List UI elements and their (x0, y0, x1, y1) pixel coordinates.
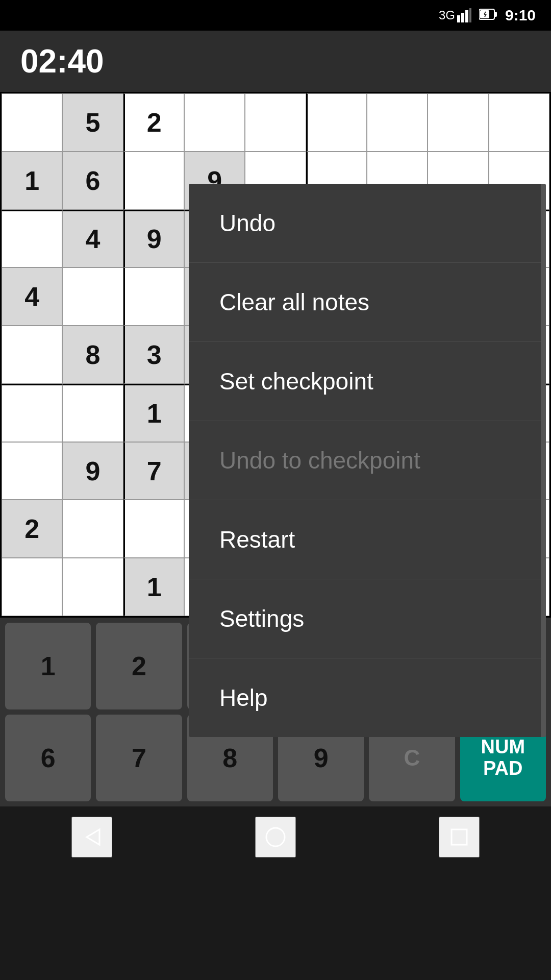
menu-item-clear-all-notes[interactable]: Clear all notes (189, 263, 546, 342)
network-type: 3G (439, 8, 455, 22)
cell-8-1[interactable]: 2 (2, 500, 62, 558)
cell-6-3[interactable]: 1 (123, 384, 184, 442)
nav-bar (0, 806, 551, 868)
network-indicator: 3G (439, 8, 471, 22)
svg-rect-0 (457, 15, 460, 22)
numpad-2[interactable]: 2 (96, 623, 182, 709)
clock: 9:10 (505, 7, 536, 24)
svg-rect-5 (494, 12, 497, 17)
menu-item-undo[interactable]: Undo (189, 184, 546, 263)
cell-1-5[interactable] (245, 93, 306, 152)
cell-9-1[interactable] (2, 558, 62, 616)
battery-icon (479, 7, 497, 23)
game-area: 52169498483219732956197 UndoClear all no… (0, 92, 551, 618)
svg-point-11 (266, 828, 285, 846)
cell-1-1[interactable] (2, 93, 62, 152)
cell-8-3[interactable] (123, 500, 184, 558)
cell-1-2[interactable]: 5 (62, 93, 123, 152)
game-timer: 02:40 (20, 42, 104, 80)
back-button[interactable] (71, 817, 112, 857)
status-bar: 3G 9:10 (0, 0, 551, 31)
cell-1-6[interactable] (306, 93, 367, 152)
cell-1-9[interactable] (489, 93, 549, 152)
cell-1-8[interactable] (428, 93, 488, 152)
menu-item-set-checkpoint[interactable]: Set checkpoint (189, 342, 546, 421)
cell-4-2[interactable] (62, 267, 123, 326)
numpad-6[interactable]: 6 (5, 715, 91, 801)
game-header: 02:40 (0, 31, 551, 92)
cell-2-1[interactable]: 1 (2, 152, 62, 210)
menu-item-undo-to-checkpoint: Undo to checkpoint (189, 421, 546, 500)
status-bar-right: 3G 9:10 (439, 7, 536, 24)
cell-9-3[interactable]: 1 (123, 558, 184, 616)
svg-rect-2 (465, 10, 468, 22)
cell-3-2[interactable]: 4 (62, 210, 123, 268)
menu-item-restart[interactable]: Restart (189, 500, 546, 579)
cell-6-2[interactable] (62, 384, 123, 442)
menu-scrollbar (541, 184, 546, 737)
cell-2-2[interactable]: 6 (62, 152, 123, 210)
cell-5-1[interactable] (2, 326, 62, 384)
cell-1-4[interactable] (184, 93, 245, 152)
cell-1-3[interactable]: 2 (123, 93, 184, 152)
svg-marker-10 (87, 829, 99, 845)
numpad-1[interactable]: 1 (5, 623, 91, 709)
cell-7-3[interactable]: 7 (123, 442, 184, 500)
cell-1-7[interactable] (367, 93, 428, 152)
numpad-7[interactable]: 7 (96, 715, 182, 801)
cell-7-1[interactable] (2, 442, 62, 500)
cell-5-3[interactable]: 3 (123, 326, 184, 384)
recent-button[interactable] (439, 817, 480, 857)
cell-4-1[interactable]: 4 (2, 267, 62, 326)
cell-7-2[interactable]: 9 (62, 442, 123, 500)
cell-2-3[interactable] (123, 152, 184, 210)
menu-item-help[interactable]: Help (189, 658, 546, 737)
cell-3-3[interactable]: 9 (123, 210, 184, 268)
home-button[interactable] (255, 817, 296, 857)
cell-6-1[interactable] (2, 384, 62, 442)
cell-5-2[interactable]: 8 (62, 326, 123, 384)
svg-rect-3 (469, 8, 471, 22)
cell-4-3[interactable] (123, 267, 184, 326)
cell-3-1[interactable] (2, 210, 62, 268)
cell-9-2[interactable] (62, 558, 123, 616)
svg-rect-12 (452, 829, 467, 845)
svg-rect-1 (461, 13, 464, 22)
menu-item-settings[interactable]: Settings (189, 579, 546, 658)
context-menu: UndoClear all notesSet checkpointUndo to… (189, 184, 546, 737)
cell-8-2[interactable] (62, 500, 123, 558)
